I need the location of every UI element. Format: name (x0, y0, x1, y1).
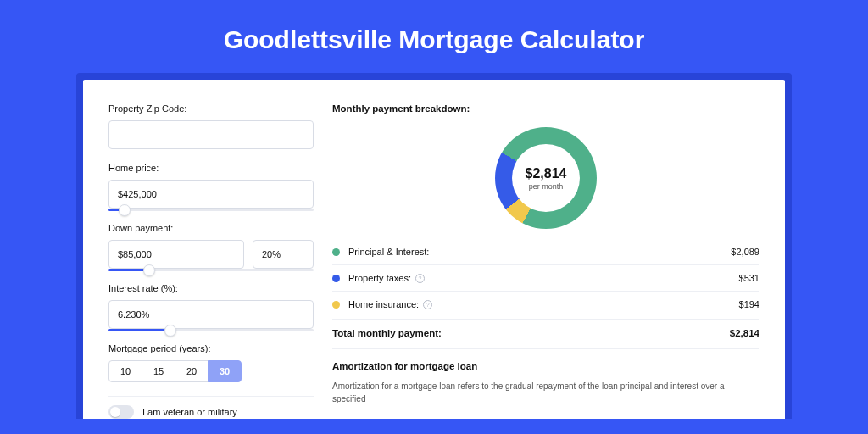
legend-label: Property taxes:? (348, 273, 739, 283)
donut-wrap: $2,814 per month (332, 124, 760, 239)
field-down-payment: Down payment: (108, 223, 314, 271)
legend-value: $194 (739, 299, 760, 309)
amort-text: Amortization for a mortgage loan refers … (332, 380, 760, 405)
donut-center: $2,814 per month (512, 144, 580, 212)
field-interest-rate: Interest rate (%): (108, 283, 314, 331)
legend-dot (332, 301, 340, 309)
slider-thumb[interactable] (164, 325, 176, 337)
down-payment-pct-input[interactable] (253, 240, 314, 269)
info-icon[interactable]: ? (423, 300, 432, 309)
legend-label-text: Principal & Interest: (348, 247, 429, 257)
panel-outer: Property Zip Code: Home price: Down paym… (76, 73, 792, 419)
donut-sub: per month (529, 182, 564, 191)
donut-chart: $2,814 per month (495, 127, 597, 229)
interest-rate-label: Interest rate (%): (108, 283, 314, 293)
veteran-toggle[interactable] (108, 405, 134, 419)
field-zip: Property Zip Code: (108, 103, 314, 149)
slider-thumb[interactable] (119, 204, 131, 216)
amort-title: Amortization for mortgage loan (332, 361, 760, 371)
period-option-15[interactable]: 15 (142, 360, 175, 382)
donut-amount: $2,814 (526, 166, 567, 181)
zip-input[interactable] (108, 120, 314, 149)
legend-value: $2,089 (731, 247, 760, 257)
veteran-label: I am veteran or military (142, 407, 237, 417)
zip-label: Property Zip Code: (108, 103, 314, 114)
total-value: $2,814 (730, 328, 760, 338)
veteran-row: I am veteran or military (108, 405, 314, 419)
divider (332, 348, 760, 349)
legend-label: Home insurance:? (348, 299, 739, 309)
legend-dot (332, 275, 340, 282)
legend-row: Property taxes:?$531 (332, 265, 760, 291)
page-title: Goodlettsville Mortgage Calculator (0, 0, 868, 73)
breakdown-column: Monthly payment breakdown: $2,814 per mo… (332, 103, 760, 419)
total-row: Total monthly payment: $2,814 (332, 319, 760, 348)
legend-label: Principal & Interest: (348, 247, 731, 257)
period-option-30[interactable]: 30 (208, 360, 242, 382)
home-price-label: Home price: (108, 163, 314, 173)
legend-label-text: Property taxes: (348, 273, 411, 283)
field-home-price: Home price: (108, 163, 314, 211)
legend: Principal & Interest:$2,089Property taxe… (332, 239, 760, 317)
down-payment-label: Down payment: (108, 223, 314, 233)
down-payment-slider[interactable] (108, 269, 314, 271)
legend-dot (332, 248, 340, 256)
slider-thumb[interactable] (143, 264, 155, 276)
calculator-panel: Property Zip Code: Home price: Down paym… (83, 80, 785, 419)
divider (108, 396, 314, 397)
home-price-input[interactable] (108, 180, 314, 209)
period-label: Mortgage period (years): (108, 343, 314, 353)
legend-row: Home insurance:?$194 (332, 292, 760, 317)
interest-rate-slider[interactable] (108, 329, 314, 331)
home-price-slider[interactable] (108, 209, 314, 211)
interest-rate-input[interactable] (108, 300, 314, 329)
legend-value: $531 (739, 273, 760, 283)
toggle-knob (110, 407, 120, 417)
down-payment-input[interactable] (108, 240, 244, 269)
total-label: Total monthly payment: (332, 328, 730, 338)
breakdown-title: Monthly payment breakdown: (332, 103, 760, 114)
period-option-10[interactable]: 10 (108, 360, 142, 382)
info-icon[interactable]: ? (415, 274, 425, 283)
legend-label-text: Home insurance: (348, 299, 419, 309)
legend-row: Principal & Interest:$2,089 (332, 239, 760, 264)
field-period: Mortgage period (years): 10152030 (108, 343, 314, 382)
form-column: Property Zip Code: Home price: Down paym… (108, 103, 314, 419)
period-option-20[interactable]: 20 (175, 360, 209, 382)
